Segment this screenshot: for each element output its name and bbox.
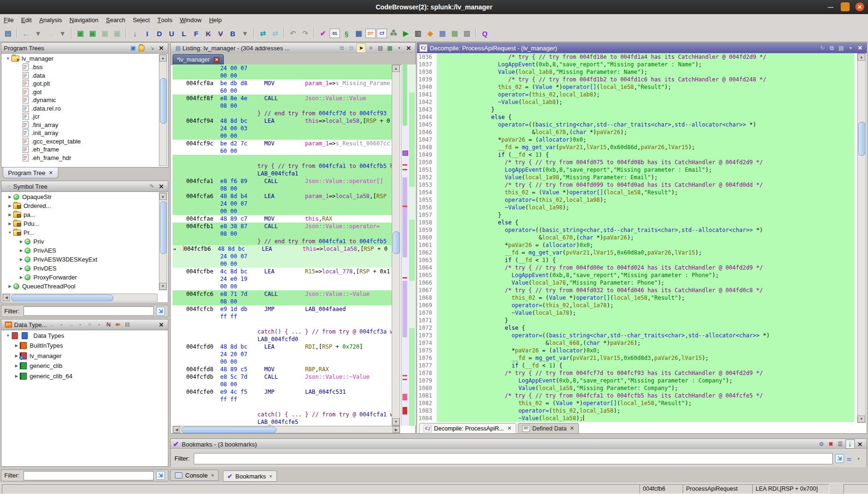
listing-row[interactable]: [173, 320, 392, 328]
symbol-tree-item[interactable]: ▶CPrivAES: [2, 246, 158, 255]
collapse-all-icon[interactable]: ⊟: [123, 320, 132, 329]
listing-row[interactable]: 004fcfcb e9 1d db JMP LAB_004faaed: [173, 305, 392, 313]
close-button[interactable]: ✕: [855, 2, 864, 11]
sync-view-icon[interactable]: ⇄: [269, 28, 281, 39]
code-line[interactable]: *paVar26 = (allocator)0x0;: [437, 241, 854, 249]
symbol-tree-item[interactable]: ▶CProxyForwarder: [2, 273, 158, 282]
run-script-icon[interactable]: ▶: [400, 28, 411, 39]
snapshot-icon[interactable]: ⭳: [845, 439, 855, 449]
decompile-tab[interactable]: Cf Decompile: ProcessApiR... ✕: [419, 423, 516, 434]
scroll-down-icon[interactable]: ▼: [858, 415, 865, 422]
listing-row[interactable]: 00 00: [173, 207, 392, 215]
decompiler-vscrollbar[interactable]: ▲ ▼: [857, 53, 866, 423]
expand-icon[interactable]: ▼: [7, 231, 13, 235]
code-line[interactable]: Value(local_1a98,"Missing Parameter: Ema…: [437, 174, 854, 181]
listing-row[interactable]: 08 00: [173, 102, 392, 110]
expand-icon[interactable]: ▶: [18, 266, 24, 271]
forward-icon[interactable]: →: [67, 320, 75, 329]
listing-row[interactable]: 00 00: [173, 283, 392, 290]
tree-item-section[interactable]: .eh_frame_hdr: [2, 154, 158, 162]
back-menu-icon[interactable]: ▾: [57, 320, 66, 329]
tree-item-root[interactable]: ▼➤lv_manager: [2, 54, 158, 63]
function-icon[interactable]: F: [190, 28, 202, 39]
code-line[interactable]: /* try { // try from 004fd075 to 004fd08…: [437, 159, 854, 166]
listing-row[interactable]: } // end try from 004fcf7d to 004fcf93: [173, 110, 392, 117]
listing-row[interactable]: 08 00: [173, 381, 392, 388]
listing-row[interactable]: LAB_004fcfe5: [173, 418, 392, 426]
tree-item-section[interactable]: .got: [2, 88, 158, 96]
back-icon[interactable]: ←: [20, 28, 32, 39]
scroll-thumb[interactable]: [181, 427, 276, 433]
checksum-icon[interactable]: ▧: [461, 28, 473, 39]
forward-icon[interactable]: →: [45, 28, 56, 39]
code-line[interactable]: operator=(this_02,local_1a58);: [437, 407, 854, 414]
expand-icon[interactable]: ▶: [7, 222, 13, 226]
code-line[interactable]: /* try { // try from 004fcf7d to 004fcf9…: [437, 369, 854, 377]
go-to-icon[interactable]: ↓: [129, 28, 141, 39]
code-line[interactable]: ~Value(local_1ab8);: [437, 98, 854, 106]
symbol-refs-icon[interactable]: ▦: [449, 28, 460, 39]
tree-item-section[interactable]: .data: [2, 72, 158, 80]
symbol-tree-header[interactable]: ⁘ Symbol Tree ✎ ✕: [1, 181, 168, 192]
expand-icon[interactable]: ▶: [18, 257, 24, 262]
close-tab-icon[interactable]: ✕: [507, 425, 512, 431]
symbol-tree-item[interactable]: ▶CPrivAESW3DESKeyExt: [2, 255, 158, 264]
listing-vscrollbar[interactable]: ▲ ▼: [392, 64, 400, 426]
data-type-archive[interactable]: ▶generic_clib_64: [2, 371, 167, 382]
listing-row[interactable]: 004fcf8f e8 8e 4e CALL Json::Value::Valu…: [173, 95, 392, 102]
listing-row[interactable]: 60 00: [173, 147, 392, 155]
listing-row[interactable]: 004fcfa6 48 8d b4 LEA param_1=>local_1a5…: [173, 192, 392, 200]
code-line[interactable]: this_02 = (Value *)operator[](local_1e58…: [437, 294, 854, 302]
data-type-archive[interactable]: ▶generic_clib: [2, 361, 167, 371]
listing-row[interactable]: } // end try from 004fcfa1 to 004fcfb5: [173, 238, 392, 245]
scroll-down-icon[interactable]: ▼: [159, 283, 166, 290]
select-rows-icon[interactable]: ☰: [836, 440, 844, 448]
listing-overview-margin[interactable]: [401, 64, 416, 426]
code-line[interactable]: operator=((basic_string<char,std--char_t…: [437, 332, 854, 339]
tree-item-section[interactable]: .got.plt: [2, 80, 158, 88]
symbol-tree-item[interactable]: ▼Pr...: [2, 228, 158, 237]
refresh-icon[interactable]: ↻: [818, 44, 827, 52]
forward-menu-icon[interactable]: ▾: [57, 28, 68, 39]
hide-pointers-icon[interactable]: ☛: [114, 320, 122, 329]
data-table-icon[interactable]: ▦: [353, 28, 364, 39]
folder-icon[interactable]: [138, 44, 147, 52]
code-line[interactable]: if (__fd < 1) {: [437, 362, 854, 369]
listing-row[interactable]: ff ff: [173, 313, 392, 320]
listing-row[interactable]: [173, 155, 392, 162]
expand-icon[interactable]: ▶: [7, 204, 13, 208]
listing-row[interactable]: 08 00: [173, 298, 392, 305]
code-line[interactable]: Value(local_1a78,"Missing Parameter: Pho…: [437, 279, 854, 287]
listing-row[interactable]: 08 00: [173, 185, 392, 192]
listing-row[interactable]: 00 00: [173, 72, 392, 80]
variable-icon[interactable]: V: [215, 28, 226, 39]
expand-icon[interactable]: ▶: [18, 248, 24, 253]
code-line[interactable]: operator=(this_02,local_1a78);: [437, 302, 854, 309]
expand-icon[interactable]: ▶: [7, 195, 13, 199]
code-line[interactable]: /* try { // try from 004fd032 to 004fd04…: [437, 287, 854, 294]
listing-tab[interactable]: *lv_manager ✕: [173, 54, 224, 65]
symbol-tree-item[interactable]: ▶CPrivDES: [2, 264, 158, 273]
open-program-icon[interactable]: ▣: [75, 28, 86, 39]
bookmarks-tab[interactable]: ✔ Bookmarks ×: [223, 470, 277, 482]
close-tab-icon[interactable]: ✕: [213, 57, 220, 63]
menu-navigation[interactable]: Navigation: [66, 14, 102, 25]
listing-row[interactable]: ff ff: [173, 396, 392, 403]
scroll-thumb[interactable]: [858, 122, 866, 156]
listing-row[interactable]: 004fcfc6 e8 71 7d CALL Json::Value::~Val…: [173, 290, 392, 298]
data-types-root[interactable]: ▼Data Types: [2, 331, 167, 341]
symbol-tree-item[interactable]: ▶CPriv: [2, 237, 158, 246]
menu-edit[interactable]: Edit: [17, 14, 35, 25]
decompiled-code-view[interactable]: 1036103710381039104010411042104310441045…: [417, 53, 867, 423]
close-panel-icon[interactable]: ✕: [157, 44, 166, 52]
code-line[interactable]: *paVar26 = (allocator)0x0;: [437, 347, 854, 354]
scroll-up-icon[interactable]: ▲: [392, 65, 400, 72]
close-tab-icon[interactable]: ✕: [570, 425, 574, 431]
listing-row[interactable]: 004fcf9c be d2 7c MOV param_1=>s_Result_…: [173, 140, 392, 147]
code-line[interactable]: /* try { // try from 004fd1b2 to 004fd1c…: [437, 76, 854, 83]
symbol-tree-vscrollbar[interactable]: ▲ ▼: [159, 192, 167, 290]
hide-names-icon[interactable]: N: [104, 320, 113, 329]
listing-row[interactable]: 08 00: [173, 230, 392, 238]
code-line[interactable]: }: [437, 317, 854, 324]
listing-row[interactable]: 004fcfd0 48 8d bc LEA RDI,[RSP + 0x720]: [173, 343, 392, 351]
